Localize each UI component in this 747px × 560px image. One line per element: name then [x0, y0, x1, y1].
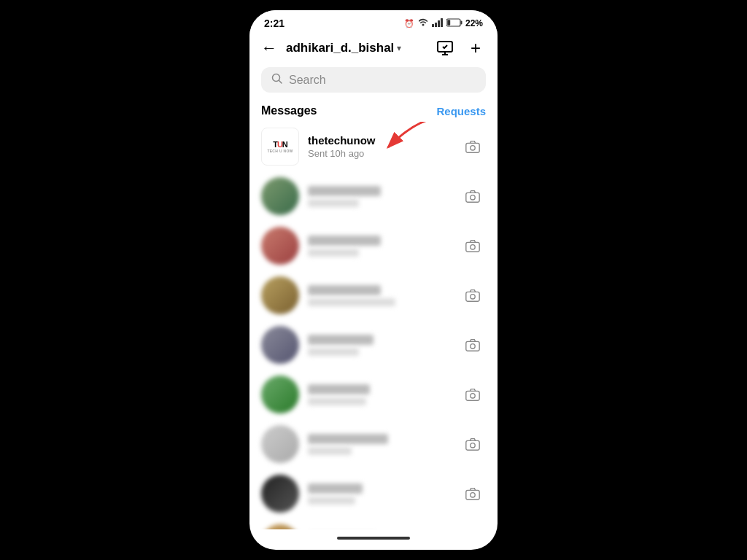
- camera-button-2[interactable]: [460, 183, 486, 209]
- messages-header: Messages Requests: [249, 98, 498, 122]
- message-item-7[interactable]: [249, 419, 498, 469]
- message-info-7: [308, 434, 451, 455]
- svg-point-24: [471, 394, 475, 398]
- messages-list: TUN TECH U NOW thetechunow Sent 10h ago: [249, 122, 498, 529]
- avatar-2: [261, 177, 299, 215]
- message-name-thetechunow: thetechunow: [308, 134, 451, 147]
- svg-point-22: [471, 344, 475, 349]
- svg-rect-13: [466, 143, 479, 152]
- camera-button-4[interactable]: [460, 282, 486, 308]
- username-container[interactable]: adhikari_d._bishal ▾: [286, 41, 426, 55]
- blurred-sub-4: [308, 298, 395, 306]
- svg-point-14: [471, 146, 475, 150]
- alarm-icon: ⏰: [404, 19, 414, 28]
- message-info-3: [308, 236, 451, 257]
- search-icon: [271, 73, 283, 87]
- svg-rect-5: [460, 21, 462, 25]
- message-sub-thetechunow: Sent 10h ago: [308, 148, 451, 159]
- message-info-4: [308, 285, 451, 306]
- blurred-name-7: [308, 434, 388, 444]
- camera-button-8[interactable]: [460, 481, 486, 507]
- blurred-name-8: [308, 483, 363, 494]
- message-info-8: [308, 483, 451, 505]
- message-info-thetechunow: thetechunow Sent 10h ago: [308, 134, 451, 159]
- svg-rect-1: [435, 23, 437, 27]
- blurred-name-6: [308, 384, 370, 394]
- new-message-button[interactable]: +: [465, 38, 486, 58]
- blurred-name-4: [308, 285, 381, 295]
- search-bar[interactable]: Search: [261, 67, 486, 93]
- svg-rect-15: [466, 192, 479, 202]
- blurred-name-5: [308, 335, 374, 345]
- message-info-6: [308, 384, 451, 405]
- wifi-icon: [417, 18, 429, 28]
- status-bar: 2:21 ⏰ 22%: [249, 10, 498, 32]
- svg-point-16: [471, 195, 475, 200]
- avatar-3: [261, 227, 299, 265]
- top-navigation-bar: ← adhikari_d._bishal ▾ +: [249, 32, 498, 64]
- svg-rect-27: [466, 490, 479, 499]
- message-item-9[interactable]: [249, 518, 498, 529]
- username-label: adhikari_d._bishal: [286, 41, 394, 55]
- status-icons: ⏰ 22%: [404, 18, 483, 28]
- camera-button-5[interactable]: [460, 332, 486, 358]
- svg-rect-3: [441, 18, 443, 27]
- message-info-2: [308, 186, 451, 207]
- message-item-3[interactable]: [249, 221, 498, 271]
- messages-title: Messages: [261, 104, 317, 117]
- svg-rect-19: [466, 292, 479, 301]
- avatar-9: [261, 524, 299, 529]
- battery-percent: 22%: [465, 18, 483, 28]
- avatar-8: [261, 475, 299, 513]
- svg-point-18: [471, 245, 475, 249]
- avatar-7: [261, 425, 299, 463]
- svg-point-28: [471, 493, 475, 497]
- svg-rect-2: [438, 20, 440, 27]
- blurred-sub-8: [308, 497, 355, 505]
- svg-point-26: [471, 443, 475, 448]
- camera-button-3[interactable]: [460, 233, 486, 259]
- message-item-5[interactable]: [249, 320, 498, 370]
- camera-button-7[interactable]: [460, 431, 486, 457]
- avatar-4: [261, 276, 299, 314]
- svg-rect-21: [466, 341, 479, 351]
- home-bar: [337, 537, 410, 540]
- svg-rect-25: [466, 440, 479, 450]
- camera-button-6[interactable]: [460, 381, 486, 408]
- camera-button-thetechunow[interactable]: [460, 133, 486, 160]
- avatar-6: [261, 376, 299, 413]
- chevron-down-icon: ▾: [397, 43, 401, 53]
- message-info-5: [308, 335, 451, 356]
- search-placeholder-text: Search: [289, 74, 326, 87]
- signal-icon: [432, 18, 444, 28]
- back-button[interactable]: ←: [261, 39, 277, 58]
- top-action-icons: +: [435, 38, 486, 58]
- home-indicator: [249, 529, 498, 550]
- message-item-4[interactable]: [249, 271, 498, 320]
- search-bar-container: Search: [249, 64, 498, 98]
- blurred-sub-5: [308, 348, 359, 356]
- battery-icon: [446, 18, 462, 28]
- phone-frame: 2:21 ⏰ 22%: [249, 10, 498, 550]
- svg-point-20: [471, 295, 475, 299]
- message-item-6[interactable]: [249, 370, 498, 419]
- message-item-2[interactable]: [249, 171, 498, 221]
- blurred-sub-6: [308, 397, 366, 405]
- blurred-name-3: [308, 236, 381, 246]
- requests-link[interactable]: Requests: [436, 105, 486, 117]
- message-item-8[interactable]: [249, 469, 498, 518]
- svg-rect-6: [447, 20, 450, 26]
- screen-share-button[interactable]: [435, 38, 455, 58]
- blurred-sub-7: [308, 447, 352, 455]
- avatar-5: [261, 326, 299, 364]
- blurred-sub-3: [308, 249, 359, 257]
- thetechunow-avatar: TUN TECH U NOW: [261, 128, 299, 166]
- blurred-sub-2: [308, 199, 359, 207]
- message-item-thetechunow[interactable]: TUN TECH U NOW thetechunow Sent 10h ago: [249, 122, 498, 171]
- svg-rect-23: [466, 391, 479, 400]
- svg-rect-0: [432, 24, 434, 27]
- blurred-name-2: [308, 186, 381, 196]
- svg-rect-17: [466, 242, 479, 252]
- svg-line-11: [279, 81, 282, 84]
- status-time: 2:21: [264, 18, 285, 29]
